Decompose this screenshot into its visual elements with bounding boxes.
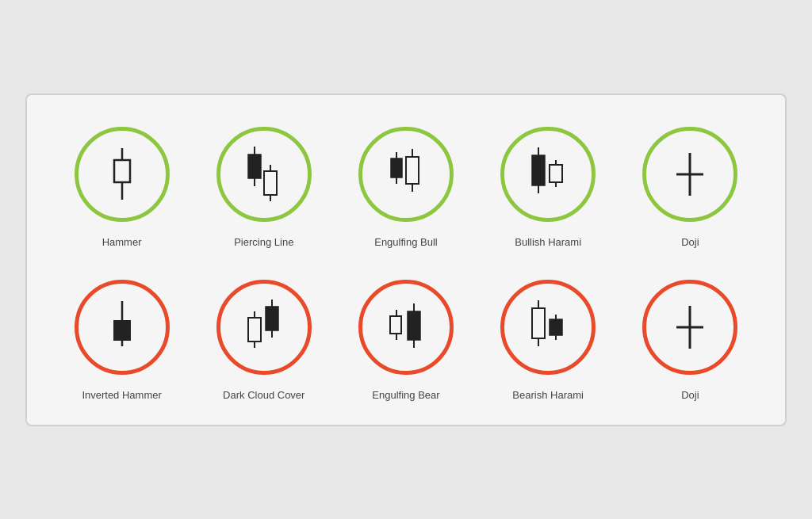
svg-rect-24 <box>114 321 130 340</box>
svg-rect-13 <box>406 157 419 184</box>
svg-rect-10 <box>391 158 402 177</box>
pattern-engulfing-bear: Engulfing Bear <box>343 280 469 401</box>
doji-bear-icon <box>670 300 710 355</box>
dark-cloud-cover-icon <box>240 296 288 359</box>
pattern-engulfing-bull: Engulfing Bull <box>343 127 469 248</box>
svg-rect-27 <box>248 318 261 342</box>
dark-cloud-cover-circle <box>216 280 312 375</box>
doji-bear-label: Doji <box>681 389 699 401</box>
svg-rect-39 <box>532 308 545 338</box>
svg-rect-4 <box>248 155 261 178</box>
hammer-circle <box>75 127 170 222</box>
pattern-piercing-line: Piercing Line <box>201 127 327 248</box>
bearish-harami-circle <box>500 280 596 375</box>
bearish-row: Inverted Hammer Dark Cloud Cover <box>51 280 761 401</box>
engulfing-bull-icon <box>382 143 430 206</box>
pattern-hammer: Hammer <box>59 127 186 248</box>
doji-bull-icon <box>670 147 710 202</box>
svg-rect-19 <box>550 165 562 182</box>
pattern-inverted-hammer: Inverted Hammer <box>59 280 186 401</box>
svg-rect-33 <box>390 316 401 334</box>
svg-rect-30 <box>266 307 278 330</box>
svg-rect-36 <box>408 311 420 340</box>
piercing-line-circle <box>216 127 312 222</box>
doji-bull-label: Doji <box>681 236 699 248</box>
piercing-line-label: Piercing Line <box>234 236 293 248</box>
bullish-harami-label: Bullish Harami <box>515 236 581 248</box>
hammer-icon <box>102 144 142 204</box>
bullish-harami-circle <box>500 127 596 222</box>
engulfing-bear-label: Engulfing Bear <box>372 389 439 401</box>
bearish-harami-icon <box>523 296 574 359</box>
doji-bull-circle <box>642 127 737 222</box>
bearish-harami-label: Bearish Harami <box>512 389 584 401</box>
bullish-row: Hammer Piercing Line <box>51 127 761 248</box>
engulfing-bull-circle <box>358 127 454 222</box>
svg-rect-1 <box>114 160 130 182</box>
svg-rect-42 <box>550 319 562 335</box>
pattern-bearish-harami: Bearish Harami <box>485 280 611 401</box>
inverted-hammer-icon <box>102 297 142 357</box>
engulfing-bull-label: Engulfing Bull <box>374 236 438 248</box>
engulfing-bear-icon <box>382 296 430 359</box>
pattern-bullish-harami: Bullish Harami <box>485 127 611 248</box>
dark-cloud-cover-label: Dark Cloud Cover <box>223 389 304 401</box>
inverted-hammer-label: Inverted Hammer <box>82 389 161 401</box>
svg-rect-16 <box>532 155 545 185</box>
doji-bear-circle <box>642 280 737 375</box>
inverted-hammer-circle <box>75 280 170 375</box>
pattern-doji-bear: Doji <box>626 280 753 401</box>
engulfing-bear-circle <box>358 280 454 375</box>
hammer-label: Hammer <box>102 236 142 248</box>
pattern-dark-cloud-cover: Dark Cloud Cover <box>201 280 327 401</box>
bullish-harami-icon <box>523 143 574 206</box>
piercing-line-icon <box>240 143 288 206</box>
pattern-doji-bull: Doji <box>626 127 753 248</box>
svg-rect-7 <box>264 171 277 195</box>
main-card: Hammer Piercing Line <box>25 93 787 426</box>
